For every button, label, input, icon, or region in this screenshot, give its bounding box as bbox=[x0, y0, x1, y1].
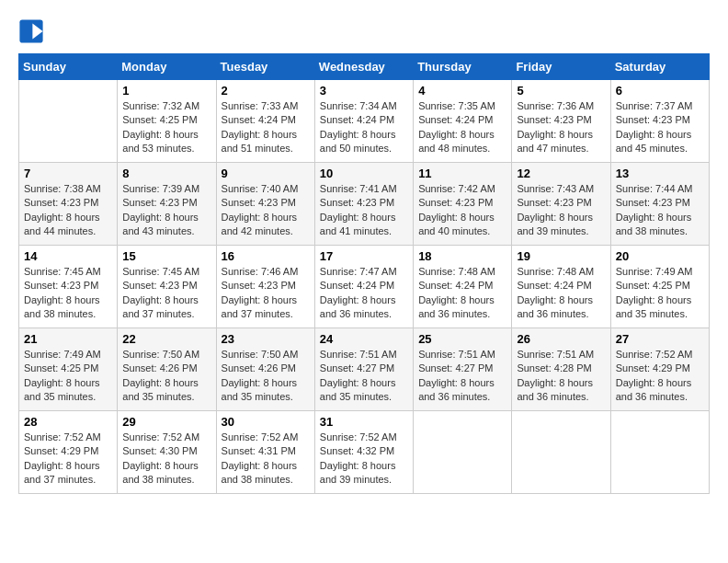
day-number: 21 bbox=[24, 332, 112, 346]
calendar-cell: 25Sunrise: 7:51 AM Sunset: 4:27 PM Dayli… bbox=[414, 328, 512, 411]
calendar-cell: 11Sunrise: 7:42 AM Sunset: 4:23 PM Dayli… bbox=[414, 163, 512, 246]
day-number: 30 bbox=[222, 415, 310, 429]
day-number: 6 bbox=[616, 84, 704, 98]
calendar-week-row: 21Sunrise: 7:49 AM Sunset: 4:25 PM Dayli… bbox=[19, 328, 710, 411]
calendar-week-row: 28Sunrise: 7:52 AM Sunset: 4:29 PM Dayli… bbox=[19, 411, 710, 494]
day-number: 17 bbox=[320, 249, 408, 263]
day-info: Sunrise: 7:44 AM Sunset: 4:23 PM Dayligh… bbox=[616, 182, 704, 239]
day-info: Sunrise: 7:40 AM Sunset: 4:23 PM Dayligh… bbox=[222, 182, 310, 239]
day-number: 24 bbox=[320, 332, 408, 346]
day-number: 1 bbox=[122, 84, 210, 98]
day-info: Sunrise: 7:36 AM Sunset: 4:23 PM Dayligh… bbox=[517, 99, 605, 156]
day-number: 16 bbox=[222, 249, 310, 263]
calendar-cell: 24Sunrise: 7:51 AM Sunset: 4:27 PM Dayli… bbox=[314, 328, 413, 411]
day-number: 29 bbox=[122, 415, 210, 429]
calendar-cell: 14Sunrise: 7:45 AM Sunset: 4:23 PM Dayli… bbox=[19, 246, 118, 328]
day-number: 31 bbox=[320, 415, 408, 429]
calendar-cell: 7Sunrise: 7:38 AM Sunset: 4:23 PM Daylig… bbox=[19, 163, 118, 246]
day-number: 8 bbox=[122, 167, 210, 180]
day-header-monday: Monday bbox=[118, 54, 216, 80]
header bbox=[18, 18, 710, 44]
calendar-cell bbox=[610, 411, 709, 494]
calendar-cell: 18Sunrise: 7:48 AM Sunset: 4:24 PM Dayli… bbox=[414, 246, 512, 328]
calendar-cell: 8Sunrise: 7:39 AM Sunset: 4:23 PM Daylig… bbox=[118, 163, 216, 246]
day-number: 9 bbox=[222, 167, 310, 180]
day-info: Sunrise: 7:49 AM Sunset: 4:25 PM Dayligh… bbox=[24, 348, 112, 405]
day-info: Sunrise: 7:51 AM Sunset: 4:28 PM Dayligh… bbox=[517, 348, 605, 405]
day-number: 18 bbox=[418, 249, 506, 263]
day-info: Sunrise: 7:52 AM Sunset: 4:32 PM Dayligh… bbox=[320, 431, 408, 488]
day-info: Sunrise: 7:48 AM Sunset: 4:24 PM Dayligh… bbox=[517, 265, 605, 322]
calendar-cell bbox=[512, 411, 610, 494]
calendar-cell: 17Sunrise: 7:47 AM Sunset: 4:24 PM Dayli… bbox=[314, 246, 413, 328]
calendar-week-row: 7Sunrise: 7:38 AM Sunset: 4:23 PM Daylig… bbox=[19, 163, 710, 246]
logo bbox=[18, 18, 48, 44]
day-header-tuesday: Tuesday bbox=[216, 54, 314, 80]
calendar-cell: 6Sunrise: 7:37 AM Sunset: 4:23 PM Daylig… bbox=[610, 80, 709, 163]
calendar-week-row: 1Sunrise: 7:32 AM Sunset: 4:25 PM Daylig… bbox=[19, 80, 710, 163]
day-info: Sunrise: 7:35 AM Sunset: 4:24 PM Dayligh… bbox=[418, 99, 506, 156]
day-info: Sunrise: 7:42 AM Sunset: 4:23 PM Dayligh… bbox=[418, 182, 506, 239]
day-number: 20 bbox=[616, 249, 704, 263]
day-header-saturday: Saturday bbox=[610, 54, 709, 80]
day-number: 15 bbox=[122, 249, 210, 263]
calendar-cell bbox=[19, 80, 118, 163]
day-number: 7 bbox=[24, 167, 112, 180]
calendar-cell: 28Sunrise: 7:52 AM Sunset: 4:29 PM Dayli… bbox=[19, 411, 118, 494]
day-number: 2 bbox=[222, 84, 310, 98]
calendar-cell: 19Sunrise: 7:48 AM Sunset: 4:24 PM Dayli… bbox=[512, 246, 610, 328]
day-number: 11 bbox=[418, 167, 506, 180]
calendar-cell bbox=[414, 411, 512, 494]
calendar-cell: 30Sunrise: 7:52 AM Sunset: 4:31 PM Dayli… bbox=[216, 411, 314, 494]
calendar-cell: 31Sunrise: 7:52 AM Sunset: 4:32 PM Dayli… bbox=[314, 411, 413, 494]
day-info: Sunrise: 7:52 AM Sunset: 4:31 PM Dayligh… bbox=[222, 431, 310, 488]
day-info: Sunrise: 7:32 AM Sunset: 4:25 PM Dayligh… bbox=[122, 99, 210, 156]
day-info: Sunrise: 7:50 AM Sunset: 4:26 PM Dayligh… bbox=[222, 348, 310, 405]
calendar-cell: 29Sunrise: 7:52 AM Sunset: 4:30 PM Dayli… bbox=[118, 411, 216, 494]
day-info: Sunrise: 7:37 AM Sunset: 4:23 PM Dayligh… bbox=[616, 99, 704, 156]
day-number: 5 bbox=[517, 84, 605, 98]
day-info: Sunrise: 7:45 AM Sunset: 4:23 PM Dayligh… bbox=[122, 265, 210, 322]
calendar-cell: 26Sunrise: 7:51 AM Sunset: 4:28 PM Dayli… bbox=[512, 328, 610, 411]
day-info: Sunrise: 7:34 AM Sunset: 4:24 PM Dayligh… bbox=[320, 99, 408, 156]
day-number: 27 bbox=[616, 332, 704, 346]
day-number: 13 bbox=[616, 167, 704, 180]
calendar-cell: 2Sunrise: 7:33 AM Sunset: 4:24 PM Daylig… bbox=[216, 80, 314, 163]
calendar-cell: 5Sunrise: 7:36 AM Sunset: 4:23 PM Daylig… bbox=[512, 80, 610, 163]
day-header-friday: Friday bbox=[512, 54, 610, 80]
day-number: 14 bbox=[24, 249, 112, 263]
calendar-cell: 22Sunrise: 7:50 AM Sunset: 4:26 PM Dayli… bbox=[118, 328, 216, 411]
calendar-cell: 20Sunrise: 7:49 AM Sunset: 4:25 PM Dayli… bbox=[610, 246, 709, 328]
day-info: Sunrise: 7:46 AM Sunset: 4:23 PM Dayligh… bbox=[222, 265, 310, 322]
day-number: 3 bbox=[320, 84, 408, 98]
day-number: 26 bbox=[517, 332, 605, 346]
day-number: 10 bbox=[320, 167, 408, 180]
day-info: Sunrise: 7:39 AM Sunset: 4:23 PM Dayligh… bbox=[122, 182, 210, 239]
calendar-cell: 12Sunrise: 7:43 AM Sunset: 4:23 PM Dayli… bbox=[512, 163, 610, 246]
day-header-wednesday: Wednesday bbox=[314, 54, 413, 80]
day-info: Sunrise: 7:50 AM Sunset: 4:26 PM Dayligh… bbox=[122, 348, 210, 405]
day-info: Sunrise: 7:48 AM Sunset: 4:24 PM Dayligh… bbox=[418, 265, 506, 322]
day-info: Sunrise: 7:47 AM Sunset: 4:24 PM Dayligh… bbox=[320, 265, 408, 322]
calendar: SundayMondayTuesdayWednesdayThursdayFrid… bbox=[18, 53, 710, 494]
day-header-thursday: Thursday bbox=[414, 54, 512, 80]
calendar-cell: 23Sunrise: 7:50 AM Sunset: 4:26 PM Dayli… bbox=[216, 328, 314, 411]
day-info: Sunrise: 7:41 AM Sunset: 4:23 PM Dayligh… bbox=[320, 182, 408, 239]
day-info: Sunrise: 7:43 AM Sunset: 4:23 PM Dayligh… bbox=[517, 182, 605, 239]
day-info: Sunrise: 7:45 AM Sunset: 4:23 PM Dayligh… bbox=[24, 265, 112, 322]
calendar-cell: 9Sunrise: 7:40 AM Sunset: 4:23 PM Daylig… bbox=[216, 163, 314, 246]
day-number: 25 bbox=[418, 332, 506, 346]
calendar-cell: 4Sunrise: 7:35 AM Sunset: 4:24 PM Daylig… bbox=[414, 80, 512, 163]
calendar-cell: 15Sunrise: 7:45 AM Sunset: 4:23 PM Dayli… bbox=[118, 246, 216, 328]
day-header-sunday: Sunday bbox=[19, 54, 118, 80]
day-info: Sunrise: 7:38 AM Sunset: 4:23 PM Dayligh… bbox=[24, 182, 112, 239]
day-info: Sunrise: 7:51 AM Sunset: 4:27 PM Dayligh… bbox=[418, 348, 506, 405]
day-number: 23 bbox=[222, 332, 310, 346]
calendar-cell: 3Sunrise: 7:34 AM Sunset: 4:24 PM Daylig… bbox=[314, 80, 413, 163]
day-number: 12 bbox=[517, 167, 605, 180]
calendar-header-row: SundayMondayTuesdayWednesdayThursdayFrid… bbox=[19, 54, 710, 80]
day-info: Sunrise: 7:49 AM Sunset: 4:25 PM Dayligh… bbox=[616, 265, 704, 322]
calendar-cell: 1Sunrise: 7:32 AM Sunset: 4:25 PM Daylig… bbox=[118, 80, 216, 163]
calendar-cell: 27Sunrise: 7:52 AM Sunset: 4:29 PM Dayli… bbox=[610, 328, 709, 411]
calendar-cell: 13Sunrise: 7:44 AM Sunset: 4:23 PM Dayli… bbox=[610, 163, 709, 246]
